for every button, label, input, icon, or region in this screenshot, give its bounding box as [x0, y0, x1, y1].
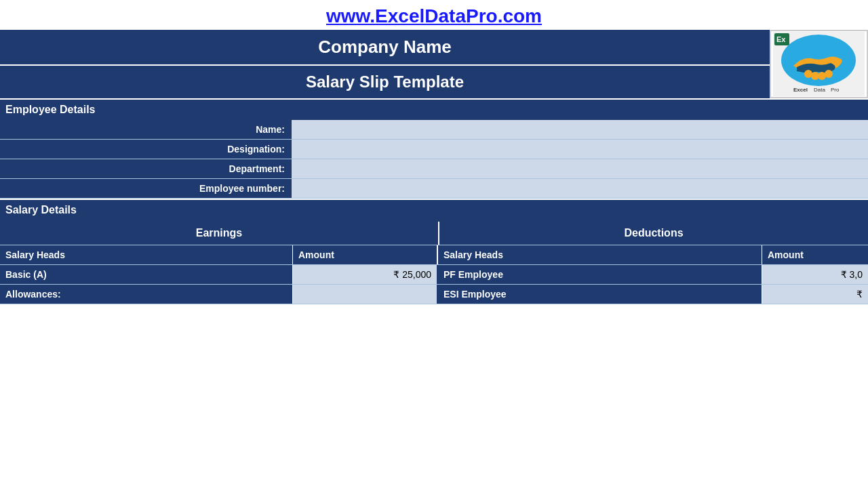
department-value[interactable] — [292, 159, 868, 179]
company-name-row: Company Name — [0, 30, 770, 66]
title-block: Company Name Salary Slip Template — [0, 30, 770, 98]
deduction-head-1: PF Employee — [438, 265, 762, 284]
table-row: Designation: — [0, 140, 868, 159]
slip-title: Salary Slip Template — [306, 73, 464, 91]
website-link[interactable]: www.ExcelDataPro.com — [326, 5, 542, 26]
emp-number-value2[interactable] — [427, 179, 868, 199]
earnings-salary-heads-col-header: Salary Heads — [0, 245, 293, 264]
svg-text:Excel: Excel — [793, 87, 808, 93]
earnings-header: Earnings — [0, 222, 439, 245]
logo-block: Ex Excel Data Pro — [770, 30, 868, 98]
earning-amount-2 — [293, 285, 438, 304]
earning-amount-1: ₹ 25,000 — [293, 265, 438, 284]
table-row: Employee number: — [0, 179, 868, 199]
salary-details-header: Salary Details — [0, 199, 868, 220]
department-label: Department: — [0, 159, 292, 179]
employee-details-header: Employee Details — [0, 98, 868, 120]
header-link-row: www.ExcelDataPro.com — [0, 0, 868, 30]
name-label: Name: — [0, 120, 292, 140]
earnings-amount-col-header: Amount — [293, 245, 438, 264]
slip-title-row: Salary Slip Template — [0, 66, 770, 98]
salary-data-row-1: Basic (A) ₹ 25,000 PF Employee ₹ 3,0 — [0, 265, 868, 285]
deduction-amount-1: ₹ 3,0 — [762, 265, 868, 284]
deductions-salary-heads-col-header: Salary Heads — [438, 245, 762, 264]
page-wrapper: www.ExcelDataPro.com Company Name Salary… — [0, 0, 868, 488]
top-section: Company Name Salary Slip Template — [0, 30, 868, 98]
employee-table: Name: Designation: Department: Employee … — [0, 120, 868, 199]
svg-text:Pro: Pro — [831, 87, 840, 93]
earnings-deductions-header: Earnings Deductions — [0, 220, 868, 245]
logo-svg: Ex Excel Data Pro — [773, 32, 865, 96]
svg-text:Ex: Ex — [776, 35, 786, 43]
company-name: Company Name — [318, 37, 452, 57]
deduction-head-2: ESI Employee — [438, 285, 762, 304]
salary-data-row-2: Allowances: ESI Employee ₹ — [0, 285, 868, 304]
table-row: Name: — [0, 120, 868, 140]
designation-value[interactable] — [292, 140, 868, 159]
sub-headers-row: Salary Heads Amount Salary Heads Amount — [0, 245, 868, 265]
svg-text:Data: Data — [814, 87, 825, 93]
emp-number-value[interactable] — [292, 179, 427, 199]
emp-number-label: Employee number: — [0, 179, 292, 199]
name-value[interactable] — [292, 120, 868, 140]
deduction-amount-2: ₹ — [762, 285, 868, 304]
earning-head-2: Allowances: — [0, 285, 293, 304]
deductions-amount-col-header: Amount — [762, 245, 868, 264]
deductions-header: Deductions — [439, 222, 868, 245]
svg-point-5 — [825, 70, 833, 78]
earning-head-1: Basic (A) — [0, 265, 293, 284]
designation-label: Designation: — [0, 140, 292, 159]
table-row: Department: — [0, 159, 868, 179]
